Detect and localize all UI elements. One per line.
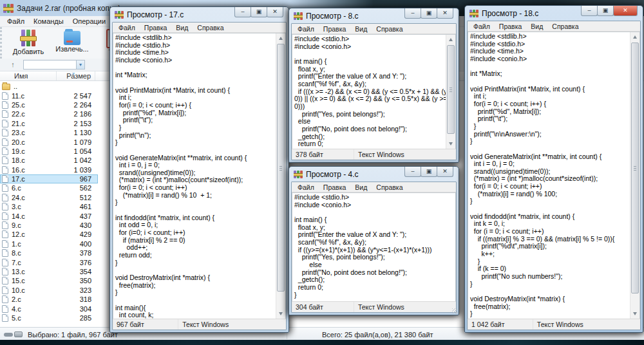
file-icon (2, 166, 8, 174)
file-name: 15.c (12, 277, 53, 284)
scrollbar-thumb[interactable] (631, 42, 639, 294)
minimize-button[interactable]: – (234, 7, 251, 17)
resize-grip[interactable] (452, 308, 457, 313)
viewer-menubar: ФайлПравкаВидСправка (468, 21, 640, 32)
code-text: #include <stdlib.h> #include <stdio.h> #… (468, 32, 639, 318)
file-icon (2, 138, 8, 146)
sort-indicator-icon: ▾ (72, 69, 75, 79)
vertical-scrollbar[interactable] (446, 35, 455, 149)
menu-item[interactable]: Команды (29, 17, 68, 26)
close-button[interactable]: ✕ (267, 7, 283, 17)
viewer-text-area[interactable]: #include <stdlib.h> #include <stdio.h> #… (113, 33, 286, 319)
menu-item[interactable]: Файл (469, 23, 495, 30)
scroll-down-icon[interactable] (276, 309, 285, 319)
status-encoding: Текст Windows (533, 321, 583, 328)
scroll-down-icon[interactable] (446, 139, 455, 149)
viewer-text-area[interactable]: #include <stdio.h> #include <conio.h> in… (292, 192, 456, 301)
viewer-window-8c: Просмотр - 8.c – ▣ ✕ ФайлПравкаВидСправк… (289, 8, 459, 163)
menu-item[interactable]: Правка (140, 24, 171, 32)
menu-item[interactable]: Файл (3, 17, 29, 26)
winrar-app-icon (294, 171, 303, 178)
chevron-down-icon[interactable]: ▾ (76, 61, 84, 69)
up-directory-button[interactable]: ↑ (6, 60, 19, 70)
vertical-scrollbar[interactable] (276, 33, 285, 319)
minimize-button[interactable]: – (581, 6, 598, 16)
viewer-text-area[interactable]: #include <stdio.h> #include <conio.h> in… (292, 34, 456, 149)
column-header-name[interactable]: Имя (0, 71, 57, 80)
menu-item[interactable]: Файл (114, 24, 140, 32)
viewer-title: Просмотр - 17.c (127, 10, 184, 19)
extract-button[interactable]: Извлечь... (53, 28, 91, 59)
address-combo[interactable]: ▾ (23, 60, 85, 70)
menu-item[interactable]: Вид (350, 25, 372, 33)
caption-buttons: – ▣ ✕ (582, 6, 638, 16)
restore-button[interactable]: ▣ (251, 7, 267, 17)
status-encoding: Текст Windows (178, 321, 229, 328)
key-icon[interactable] (4, 333, 13, 337)
file-icon (2, 212, 8, 220)
menu-item[interactable]: Операции (68, 17, 110, 26)
file-icon (2, 221, 8, 229)
file-size: 304 (53, 305, 95, 313)
file-name: 12.c (12, 230, 53, 238)
viewer-statusbar: 378 байт Текст Windows (292, 149, 456, 160)
file-icon (2, 156, 8, 164)
scrollbar-thumb[interactable] (277, 44, 285, 292)
menu-item[interactable]: Вид (350, 183, 372, 191)
file-icon (2, 147, 8, 155)
viewer-window-4c: Просмотр - 4.c – ▣ ✕ ФайлПравкаВидСправк… (289, 166, 459, 315)
status-encoding: Текст Windows (354, 151, 404, 158)
menu-item[interactable]: Справка (193, 24, 228, 32)
file-name: 6.c (12, 184, 53, 192)
scroll-down-icon[interactable] (630, 309, 639, 319)
file-size: 2 547 (53, 92, 95, 100)
table-row[interactable]: 17.c 967 (0, 174, 98, 183)
file-size: 1 042 (53, 156, 95, 164)
file-icon (2, 230, 8, 238)
viewer-window-17c: Просмотр - 17.c – ▣ ✕ ФайлПравкаВидСправ… (109, 6, 289, 333)
file-size: 323 (53, 286, 95, 294)
menu-item[interactable]: Правка (319, 25, 350, 33)
close-button[interactable]: ✕ (437, 167, 453, 177)
code-text: #include <stdlib.h> #include <stdio.h> #… (113, 33, 285, 319)
menu-item[interactable]: Справка (547, 23, 583, 30)
scrollbar-thumb[interactable] (447, 45, 455, 134)
caption-buttons: – ▣ ✕ (405, 8, 453, 19)
restore-button[interactable]: ▣ (597, 6, 614, 16)
menu-item[interactable]: Правка (319, 183, 350, 191)
add-button[interactable]: Добавить (10, 28, 47, 59)
windows-taskbar[interactable] (0, 340, 644, 345)
menu-item[interactable]: Правка (495, 23, 526, 30)
menu-item[interactable]: Файл (293, 25, 319, 33)
menu-item[interactable]: Справка (372, 25, 407, 33)
file-icon (2, 240, 8, 248)
file-size: 400 (53, 240, 95, 248)
file-size: 2 153 (53, 120, 95, 127)
file-icon (2, 295, 8, 303)
file-size: 376 (53, 259, 95, 266)
disk-icon[interactable] (14, 331, 23, 337)
menu-item[interactable]: Вид (171, 24, 193, 32)
file-size: 1 079 (53, 138, 95, 146)
viewer-text-area[interactable]: #include <stdlib.h> #include <stdio.h> #… (468, 32, 640, 319)
minimize-button[interactable]: – (404, 167, 421, 177)
minimize-button[interactable]: – (404, 8, 421, 19)
menu-item[interactable]: Вид (526, 23, 547, 30)
menu-item[interactable]: Справка (372, 183, 407, 191)
menu-item[interactable]: Файл (293, 183, 319, 191)
code-text: #include <stdio.h> #include <conio.h> in… (292, 35, 455, 148)
restore-button[interactable]: ▣ (421, 167, 437, 177)
file-size: 562 (53, 184, 95, 192)
restore-button[interactable]: ▣ (421, 8, 437, 19)
file-name: 20.c (12, 138, 53, 146)
column-header-size[interactable]: ▾Размер (57, 71, 95, 80)
file-size: 318 (53, 295, 95, 303)
close-button[interactable]: ✕ (437, 8, 453, 19)
file-name: 24.c (12, 194, 53, 201)
file-icon (2, 194, 8, 201)
file-size: 378 (53, 249, 95, 257)
close-button[interactable]: ✕ (613, 6, 638, 16)
vertical-scrollbar[interactable] (630, 32, 639, 319)
file-name: 1.c (12, 240, 53, 248)
viewer-statusbar: 304 байт Текст Windows (292, 301, 456, 312)
